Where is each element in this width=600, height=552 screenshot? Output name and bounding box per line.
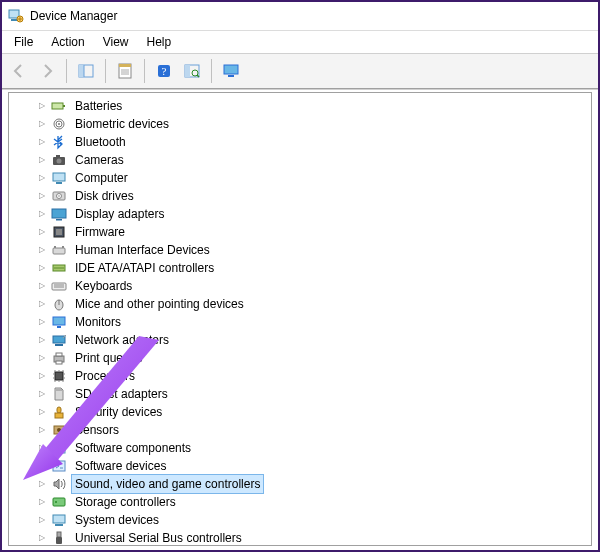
chevron-right-icon[interactable]: ▷ <box>35 475 49 493</box>
tree-item-firmware[interactable]: ▷Firmware <box>15 223 591 241</box>
menu-help[interactable]: Help <box>139 33 180 51</box>
network-icon <box>51 332 67 348</box>
tree-item-label: Print queues <box>71 348 146 368</box>
chevron-right-icon[interactable]: ▷ <box>35 169 49 187</box>
biometric-icon <box>51 116 67 132</box>
tree-item-processor[interactable]: ▷Processors <box>15 367 591 385</box>
tree-item-sd[interactable]: ▷SD host adapters <box>15 385 591 403</box>
svg-rect-77 <box>53 515 65 523</box>
processor-icon <box>51 368 67 384</box>
chevron-right-icon[interactable]: ▷ <box>35 349 49 367</box>
tree-item-display[interactable]: ▷Display adapters <box>15 205 591 223</box>
ide-icon <box>51 260 67 276</box>
tree-item-label: Security devices <box>71 402 166 422</box>
menu-action[interactable]: Action <box>43 33 92 51</box>
tree-item-label: System devices <box>71 510 163 530</box>
sd-icon <box>51 386 67 402</box>
tree-item-network[interactable]: ▷Network adapters <box>15 331 591 349</box>
forward-button[interactable] <box>34 58 60 84</box>
tree-item-battery[interactable]: ▷Batteries <box>15 97 591 115</box>
help-button[interactable]: ? <box>151 58 177 84</box>
chevron-right-icon[interactable]: ▷ <box>35 439 49 457</box>
tree-item-disk[interactable]: ▷Disk drives <box>15 187 591 205</box>
device-tree[interactable]: ▷Batteries▷Biometric devices▷Bluetooth▷C… <box>15 97 591 546</box>
tree-item-swdev[interactable]: ▷Software devices <box>15 457 591 475</box>
chevron-right-icon[interactable]: ▷ <box>35 97 49 115</box>
chevron-right-icon[interactable]: ▷ <box>35 133 49 151</box>
svg-rect-19 <box>52 103 63 109</box>
chevron-right-icon[interactable]: ▷ <box>35 187 49 205</box>
chevron-right-icon[interactable]: ▷ <box>35 277 49 295</box>
tree-item-monitor[interactable]: ▷Monitors <box>15 313 591 331</box>
tree-item-hid[interactable]: ▷Human Interface Devices <box>15 241 591 259</box>
chevron-right-icon[interactable]: ▷ <box>35 385 49 403</box>
chevron-right-icon[interactable]: ▷ <box>35 367 49 385</box>
svg-rect-46 <box>53 317 65 325</box>
tree-item-security[interactable]: ▷Security devices <box>15 403 591 421</box>
device-manager-window: Device Manager File Action View Help ? <box>0 0 600 552</box>
chevron-right-icon[interactable]: ▷ <box>35 511 49 529</box>
tree-item-system[interactable]: ▷System devices <box>15 511 591 529</box>
tree-item-bluetooth[interactable]: ▷Bluetooth <box>15 133 591 151</box>
svg-rect-26 <box>56 155 60 157</box>
chevron-right-icon[interactable]: ▷ <box>35 151 49 169</box>
tree-item-label: Processors <box>71 366 139 386</box>
chevron-right-icon[interactable]: ▷ <box>35 403 49 421</box>
svg-rect-35 <box>56 229 62 235</box>
monitor-button[interactable] <box>218 58 244 84</box>
tree-item-label: Firmware <box>71 222 129 242</box>
menu-view[interactable]: View <box>95 33 137 51</box>
properties-button[interactable] <box>112 58 138 84</box>
tree-item-mouse[interactable]: ▷Mice and other pointing devices <box>15 295 591 313</box>
svg-rect-54 <box>55 372 63 380</box>
storage-icon <box>51 494 67 510</box>
tree-item-usb[interactable]: ▷Universal Serial Bus controllers <box>15 529 591 546</box>
display-icon <box>51 206 67 222</box>
chevron-right-icon[interactable]: ▷ <box>35 205 49 223</box>
scan-hardware-button[interactable] <box>179 58 205 84</box>
tree-item-storage[interactable]: ▷Storage controllers <box>15 493 591 511</box>
tree-item-computer[interactable]: ▷Computer <box>15 169 591 187</box>
chevron-right-icon[interactable]: ▷ <box>35 259 49 277</box>
tree-item-camera[interactable]: ▷Cameras <box>15 151 591 169</box>
show-hide-tree-button[interactable] <box>73 58 99 84</box>
svg-rect-75 <box>53 498 65 506</box>
chevron-right-icon[interactable]: ▷ <box>35 529 49 546</box>
svg-rect-17 <box>224 65 238 74</box>
tree-item-label: Software components <box>71 438 195 458</box>
toolbar-separator <box>144 59 145 83</box>
tree-item-label: Keyboards <box>71 276 136 296</box>
tree-item-swcomp[interactable]: ▷Software components <box>15 439 591 457</box>
back-button[interactable] <box>6 58 32 84</box>
chevron-right-icon[interactable]: ▷ <box>35 493 49 511</box>
tree-item-label: Sensors <box>71 420 123 440</box>
chevron-right-icon[interactable]: ▷ <box>35 115 49 133</box>
usb-icon <box>51 530 67 546</box>
chevron-right-icon[interactable]: ▷ <box>35 421 49 439</box>
title-bar: Device Manager <box>2 2 598 31</box>
tree-item-label: Display adapters <box>71 204 168 224</box>
svg-rect-14 <box>185 65 190 77</box>
chevron-right-icon[interactable]: ▷ <box>35 331 49 349</box>
svg-point-76 <box>55 501 57 503</box>
menu-file[interactable]: File <box>6 33 41 51</box>
swcomp-icon <box>51 440 67 456</box>
hid-icon <box>51 242 67 258</box>
chevron-right-icon[interactable]: ▷ <box>35 223 49 241</box>
tree-item-keyboard[interactable]: ▷Keyboards <box>15 277 591 295</box>
svg-rect-78 <box>55 524 63 526</box>
svg-rect-20 <box>63 105 65 107</box>
chevron-right-icon[interactable]: ▷ <box>35 295 49 313</box>
svg-rect-4 <box>79 65 84 77</box>
chevron-right-icon[interactable]: ▷ <box>35 457 49 475</box>
window-title: Device Manager <box>30 9 117 23</box>
chevron-right-icon[interactable]: ▷ <box>35 241 49 259</box>
tree-item-biometric[interactable]: ▷Biometric devices <box>15 115 591 133</box>
tree-item-sound[interactable]: ▷Sound, video and game controllers <box>15 475 591 493</box>
svg-rect-1 <box>11 19 17 21</box>
tree-item-sensor[interactable]: ▷Sensors <box>15 421 591 439</box>
tree-item-printer[interactable]: ▷Print queues <box>15 349 591 367</box>
tree-item-ide[interactable]: ▷IDE ATA/ATAPI controllers <box>15 259 591 277</box>
chevron-right-icon[interactable]: ▷ <box>35 313 49 331</box>
tree-item-label: Monitors <box>71 312 125 332</box>
